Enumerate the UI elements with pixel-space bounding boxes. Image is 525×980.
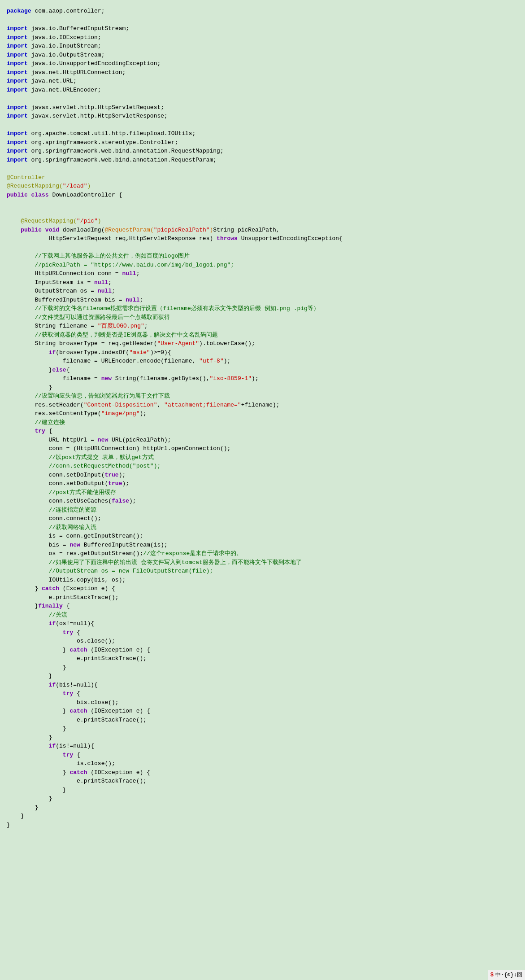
line-69: }finally { [7, 602, 518, 611]
line-13: import javax.servlet.http.HttpServletRes… [7, 112, 518, 121]
line-45: //设置响应头信息，告知浏览器此行为属于文件下载 [7, 392, 518, 401]
line-51: conn = (HttpURLConnection) httpUrl.openC… [7, 444, 518, 453]
line-82: e.printStackTrace(); [7, 716, 518, 725]
line-58: //连接指定的资源 [7, 506, 518, 515]
line-85: if(is!=null){ [7, 742, 518, 751]
line-76: } [7, 663, 518, 672]
line-88: } catch (IOException e) { [7, 768, 518, 777]
line-39: String browserType = req.getHeader("User… [7, 339, 518, 348]
line-5: import java.io.InputStream; [7, 42, 518, 51]
status-s-icon: S [490, 971, 494, 979]
line-blank4 [7, 164, 518, 173]
line-blank6 [7, 208, 518, 217]
line-25: @RequestMapping("/pic") [7, 217, 518, 226]
line-92: } [7, 803, 518, 812]
line-20: @Controller [7, 173, 518, 182]
line-73: os.close(); [7, 637, 518, 646]
line-62: bis = new BufferedInputStream(is); [7, 541, 518, 550]
line-31: HttpURLConnection conn = null; [7, 269, 518, 278]
line-67: } catch (Exception e) { [7, 584, 518, 593]
line-29: //下载网上其他服务器上的公共文件，例如百度的logo图片 [7, 252, 518, 261]
line-17: import org.springframework.web.bind.anno… [7, 147, 518, 156]
line-55: conn.setDoOutput(true); [7, 479, 518, 488]
line-87: is.close(); [7, 759, 518, 768]
line-41: filename = URLEncoder.encode(filename, "… [7, 357, 518, 366]
line-66: IOUtils.copy(bis, os); [7, 576, 518, 585]
line-77: } [7, 672, 518, 681]
line-4: import java.io.IOException; [7, 33, 518, 42]
line-blank7 [7, 243, 518, 252]
line-48: //建立连接 [7, 418, 518, 427]
line-38: //获取浏览器的类型，判断是否是IE浏览器，解决文件中文名乱码问题 [7, 331, 518, 340]
line-27: HttpServletRequest req,HttpServletRespon… [7, 234, 518, 243]
line-22: public class DownLoadController { [7, 191, 518, 200]
line-47: res.setContentType("image/png"); [7, 409, 518, 418]
line-10: import java.net.URLEncoder; [7, 86, 518, 95]
line-35: //下载时的文件名filename根据需求自行设置（filename必须有表示文… [7, 304, 518, 313]
line-81: } catch (IOException e) { [7, 707, 518, 716]
line-63: os = res.getOutputStream();//这个response是… [7, 549, 518, 558]
line-46: res.setHeader("Content-Disposition", "at… [7, 401, 518, 410]
line-53: //conn.setRequestMethod("post"); [7, 462, 518, 471]
line-59: conn.connect(); [7, 514, 518, 523]
line-18: import org.springframework.web.bind.anno… [7, 156, 518, 165]
line-70: //关流 [7, 611, 518, 620]
line-80: bis.close(); [7, 698, 518, 707]
line-15: import org.apache.tomcat.util.http.fileu… [7, 129, 518, 138]
line-75: e.printStackTrace(); [7, 654, 518, 663]
line-1: package com.aaop.controller; [7, 7, 518, 16]
line-83: } [7, 724, 518, 733]
line-7: import java.io.UnsupportedEncodingExcept… [7, 59, 518, 68]
line-16: import org.springframework.stereotype.Co… [7, 138, 518, 147]
status-text: 中·{⊙}↓回 [495, 971, 522, 979]
line-9: import java.net.URL; [7, 77, 518, 86]
line-60: //获取网络输入流 [7, 523, 518, 532]
line-78: if(bis!=null){ [7, 681, 518, 690]
line-12: import javax.servlet.http.HttpServletReq… [7, 103, 518, 112]
line-21: @RequestMapping("/load") [7, 182, 518, 191]
code-editor: package com.aaop.controller; import java… [7, 4, 518, 831]
line-blank2 [7, 94, 518, 103]
line-74: } catch (IOException e) { [7, 646, 518, 655]
line-3: import java.io.BufferedInputStream; [7, 24, 518, 33]
line-32: InputStream is = null; [7, 278, 518, 287]
line-42: }else{ [7, 366, 518, 375]
line-94: } [7, 821, 518, 830]
line-93: } [7, 812, 518, 821]
line-65: //OutputStream os = new FileOutputStream… [7, 567, 518, 576]
line-64: //如果使用了下面注释中的输出流 会将文件写入到tomcat服务器上，而不能将文… [7, 558, 518, 567]
line-33: OutputStream os = null; [7, 287, 518, 296]
line-79: try { [7, 689, 518, 698]
line-30: //picRealPath = "https://www.baidu.com/i… [7, 261, 518, 270]
line-43: filename = new String(filename.getBytes(… [7, 374, 518, 383]
line-71: if(os!=null){ [7, 619, 518, 628]
line-26: public void downloadImg(@RequestParam("p… [7, 226, 518, 235]
line-72: try { [7, 628, 518, 637]
line-90: } [7, 786, 518, 795]
line-56: //post方式不能使用缓存 [7, 488, 518, 497]
line-50: URL httpUrl = new URL(picRealPath); [7, 436, 518, 445]
line-blank5 [7, 199, 518, 208]
line-6: import java.io.OutputStream; [7, 51, 518, 60]
status-bar: S 中·{⊙}↓回 [488, 970, 525, 980]
line-34: BufferedInputStream bis = null; [7, 296, 518, 305]
line-44: } [7, 383, 518, 392]
line-49: try { [7, 427, 518, 436]
line-52: //以post方式提交 表单，默认get方式 [7, 453, 518, 462]
line-36: //文件类型可以通过资源路径最后一个点截取而获得 [7, 313, 518, 322]
line-89: e.printStackTrace(); [7, 777, 518, 786]
line-54: conn.setDoInput(true); [7, 471, 518, 480]
line-84: } [7, 733, 518, 742]
line-68: e.printStackTrace(); [7, 593, 518, 602]
line-91: } [7, 794, 518, 803]
line-57: conn.setUseCaches(false); [7, 497, 518, 506]
line-86: try { [7, 751, 518, 760]
line-blank [7, 16, 518, 25]
line-40: if(browserType.indexOf("msie")>=0){ [7, 348, 518, 357]
line-61: is = conn.getInputStream(); [7, 532, 518, 541]
line-blank3 [7, 121, 518, 130]
line-37: String filename = "百度LOGO.png"; [7, 322, 518, 331]
line-8: import java.net.HttpURLConnection; [7, 68, 518, 77]
